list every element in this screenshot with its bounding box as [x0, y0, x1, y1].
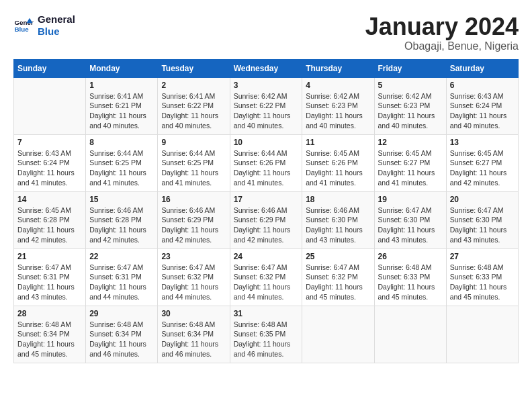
month-title: January 2024 [365, 13, 519, 40]
day-info: Sunrise: 6:46 AMSunset: 6:29 PMDaylight:… [234, 205, 299, 245]
day-info: Sunrise: 6:47 AMSunset: 6:32 PMDaylight:… [234, 263, 299, 302]
calendar-cell: 22Sunrise: 6:47 AMSunset: 6:31 PMDayligh… [86, 248, 158, 306]
day-number: 24 [234, 252, 299, 261]
calendar-cell: 17Sunrise: 6:46 AMSunset: 6:29 PMDayligh… [230, 191, 302, 248]
header-wednesday: Wednesday [230, 59, 302, 77]
logo-line1: General [38, 13, 75, 26]
day-number: 15 [89, 195, 154, 204]
calendar-cell: 14Sunrise: 6:45 AMSunset: 6:28 PMDayligh… [14, 191, 86, 248]
calendar-cell: 10Sunrise: 6:44 AMSunset: 6:26 PMDayligh… [230, 134, 302, 191]
day-info: Sunrise: 6:47 AMSunset: 6:31 PMDaylight:… [89, 263, 154, 302]
day-info: Sunrise: 6:45 AMSunset: 6:26 PMDaylight:… [306, 148, 370, 188]
day-number: 27 [450, 252, 515, 261]
day-info: Sunrise: 6:47 AMSunset: 6:31 PMDaylight:… [17, 263, 82, 302]
day-number: 20 [450, 195, 515, 204]
day-number: 6 [450, 81, 515, 90]
calendar-cell: 15Sunrise: 6:46 AMSunset: 6:28 PMDayligh… [86, 191, 158, 248]
header-sunday: Sunday [14, 59, 86, 77]
day-number: 21 [17, 252, 82, 261]
calendar-cell [14, 77, 86, 134]
header-tuesday: Tuesday [158, 59, 230, 77]
week-row-3: 14Sunrise: 6:45 AMSunset: 6:28 PMDayligh… [14, 191, 519, 248]
calendar-cell: 30Sunrise: 6:48 AMSunset: 6:34 PMDayligh… [158, 306, 230, 363]
day-info: Sunrise: 6:48 AMSunset: 6:34 PMDaylight:… [17, 320, 82, 359]
day-info: Sunrise: 6:42 AMSunset: 6:23 PMDaylight:… [306, 91, 370, 131]
day-info: Sunrise: 6:44 AMSunset: 6:25 PMDaylight:… [89, 148, 154, 188]
calendar-cell: 26Sunrise: 6:48 AMSunset: 6:33 PMDayligh… [374, 248, 446, 306]
header-thursday: Thursday [302, 59, 374, 77]
day-info: Sunrise: 6:48 AMSunset: 6:34 PMDaylight:… [89, 320, 154, 359]
day-number: 16 [161, 195, 226, 204]
day-number: 9 [161, 138, 226, 147]
calendar-cell: 31Sunrise: 6:48 AMSunset: 6:35 PMDayligh… [230, 306, 302, 363]
location-title: Obagaji, Benue, Nigeria [365, 40, 519, 52]
day-info: Sunrise: 6:44 AMSunset: 6:26 PMDaylight:… [234, 148, 299, 188]
day-info: Sunrise: 6:48 AMSunset: 6:33 PMDaylight:… [378, 263, 443, 302]
day-number: 29 [89, 309, 154, 318]
day-number: 10 [234, 138, 299, 147]
day-info: Sunrise: 6:45 AMSunset: 6:27 PMDaylight:… [450, 148, 515, 188]
day-info: Sunrise: 6:41 AMSunset: 6:21 PMDaylight:… [89, 91, 154, 131]
calendar-cell [374, 306, 446, 363]
calendar-cell: 3Sunrise: 6:42 AMSunset: 6:22 PMDaylight… [230, 77, 302, 134]
day-number: 2 [161, 81, 226, 90]
week-row-4: 21Sunrise: 6:47 AMSunset: 6:31 PMDayligh… [14, 248, 519, 306]
calendar-cell [446, 306, 518, 363]
calendar-cell: 7Sunrise: 6:43 AMSunset: 6:24 PMDaylight… [14, 134, 86, 191]
calendar-cell: 11Sunrise: 6:45 AMSunset: 6:26 PMDayligh… [302, 134, 374, 191]
day-number: 8 [89, 138, 154, 147]
day-number: 4 [306, 81, 370, 90]
header-monday: Monday [86, 59, 158, 77]
header-saturday: Saturday [446, 59, 518, 77]
day-number: 26 [378, 252, 443, 261]
day-number: 30 [161, 309, 226, 318]
day-info: Sunrise: 6:45 AMSunset: 6:28 PMDaylight:… [17, 205, 82, 245]
calendar-cell: 13Sunrise: 6:45 AMSunset: 6:27 PMDayligh… [446, 134, 518, 191]
calendar-header-row: SundayMondayTuesdayWednesdayThursdayFrid… [14, 59, 519, 77]
day-number: 14 [17, 195, 82, 204]
calendar-table: SundayMondayTuesdayWednesdayThursdayFrid… [13, 59, 519, 363]
day-info: Sunrise: 6:48 AMSunset: 6:34 PMDaylight:… [161, 320, 226, 359]
week-row-5: 28Sunrise: 6:48 AMSunset: 6:34 PMDayligh… [14, 306, 519, 363]
day-info: Sunrise: 6:43 AMSunset: 6:24 PMDaylight:… [450, 91, 515, 131]
calendar-cell: 20Sunrise: 6:47 AMSunset: 6:30 PMDayligh… [446, 191, 518, 248]
day-number: 12 [378, 138, 443, 147]
day-number: 3 [234, 81, 299, 90]
day-number: 28 [17, 309, 82, 318]
day-info: Sunrise: 6:46 AMSunset: 6:30 PMDaylight:… [306, 205, 370, 245]
calendar-cell: 27Sunrise: 6:48 AMSunset: 6:33 PMDayligh… [446, 248, 518, 306]
calendar-cell: 2Sunrise: 6:41 AMSunset: 6:22 PMDaylight… [158, 77, 230, 134]
logo-icon: General Blue [13, 15, 34, 36]
calendar-cell: 19Sunrise: 6:47 AMSunset: 6:30 PMDayligh… [374, 191, 446, 248]
calendar-cell: 5Sunrise: 6:42 AMSunset: 6:23 PMDaylight… [374, 77, 446, 134]
day-info: Sunrise: 6:46 AMSunset: 6:29 PMDaylight:… [161, 205, 226, 245]
logo: General Blue General Blue [13, 13, 75, 38]
day-info: Sunrise: 6:47 AMSunset: 6:30 PMDaylight:… [450, 205, 515, 245]
day-info: Sunrise: 6:42 AMSunset: 6:22 PMDaylight:… [234, 91, 299, 131]
title-block: January 2024 Obagaji, Benue, Nigeria [365, 13, 519, 52]
calendar-cell: 12Sunrise: 6:45 AMSunset: 6:27 PMDayligh… [374, 134, 446, 191]
day-info: Sunrise: 6:41 AMSunset: 6:22 PMDaylight:… [161, 91, 226, 131]
day-number: 1 [89, 81, 154, 90]
calendar-cell: 1Sunrise: 6:41 AMSunset: 6:21 PMDaylight… [86, 77, 158, 134]
day-info: Sunrise: 6:43 AMSunset: 6:24 PMDaylight:… [17, 148, 82, 188]
day-info: Sunrise: 6:47 AMSunset: 6:32 PMDaylight:… [306, 263, 370, 302]
calendar-cell: 21Sunrise: 6:47 AMSunset: 6:31 PMDayligh… [14, 248, 86, 306]
calendar-cell: 4Sunrise: 6:42 AMSunset: 6:23 PMDaylight… [302, 77, 374, 134]
day-number: 19 [378, 195, 443, 204]
day-info: Sunrise: 6:48 AMSunset: 6:33 PMDaylight:… [450, 263, 515, 302]
day-number: 22 [89, 252, 154, 261]
day-info: Sunrise: 6:45 AMSunset: 6:27 PMDaylight:… [378, 148, 443, 188]
day-number: 17 [234, 195, 299, 204]
day-info: Sunrise: 6:47 AMSunset: 6:32 PMDaylight:… [161, 263, 226, 302]
day-number: 23 [161, 252, 226, 261]
calendar-cell: 9Sunrise: 6:44 AMSunset: 6:25 PMDaylight… [158, 134, 230, 191]
day-info: Sunrise: 6:42 AMSunset: 6:23 PMDaylight:… [378, 91, 443, 131]
calendar-cell: 18Sunrise: 6:46 AMSunset: 6:30 PMDayligh… [302, 191, 374, 248]
day-number: 5 [378, 81, 443, 90]
week-row-1: 1Sunrise: 6:41 AMSunset: 6:21 PMDaylight… [14, 77, 519, 134]
calendar-cell: 29Sunrise: 6:48 AMSunset: 6:34 PMDayligh… [86, 306, 158, 363]
day-info: Sunrise: 6:47 AMSunset: 6:30 PMDaylight:… [378, 205, 443, 245]
header-friday: Friday [374, 59, 446, 77]
calendar-cell [302, 306, 374, 363]
